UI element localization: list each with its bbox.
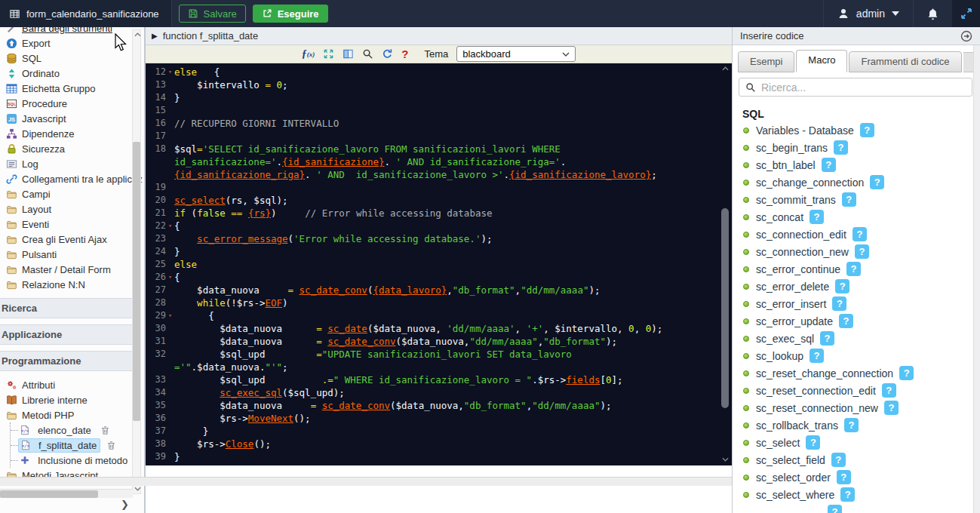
notifications-button[interactable]	[914, 0, 952, 27]
macro-item-sc-reset-change-connection[interactable]: sc_reset_change_connection?	[733, 364, 980, 382]
code-line[interactable]: 13 $intervallo = 0;	[146, 78, 732, 91]
macro-item-label[interactable]: sc_reset_change_connection	[756, 367, 893, 379]
run-button[interactable]: Eseguire	[253, 5, 328, 23]
fold-arrow-icon[interactable]: ▾	[166, 309, 174, 322]
macro-item-label[interactable]: sc_error_update	[756, 315, 833, 327]
code-line[interactable]: 29▾ {	[146, 309, 732, 322]
macro-item-label[interactable]: sc_commit_trans	[756, 194, 836, 206]
macro-item-sc-begin-trans[interactable]: sc_begin_trans?	[733, 139, 980, 156]
sidebar-horizontal-scrollbar[interactable]	[0, 489, 133, 498]
sidebar-hscrollbar-thumb[interactable]	[0, 490, 98, 498]
tab-frammenti-di-codice[interactable]: Frammenti di codice	[849, 51, 961, 72]
macro-item-sc-reset-connection-new[interactable]: sc_reset_connection_new?	[733, 399, 980, 416]
macro-item-label[interactable]: sc_exec_sql	[756, 333, 814, 345]
scroll-up-icon[interactable]	[133, 30, 142, 39]
macro-item-label[interactable]: sc_begin_trans	[756, 142, 828, 154]
fold-arrow-icon[interactable]: ▾	[166, 271, 174, 284]
code-line[interactable]: 24}	[146, 245, 732, 258]
macro-item-sc-error-continue[interactable]: sc_error_continue?	[733, 260, 980, 278]
editor-scrollbar-thumb[interactable]	[721, 208, 729, 408]
collapse-panel-icon[interactable]	[960, 30, 972, 42]
sidebar-item-master-detail-form[interactable]: Master / Detail Form	[0, 262, 133, 277]
sidebar-item-log[interactable]: Log	[0, 156, 133, 171]
macro-item-sc-select-field[interactable]: sc_select_field?	[733, 451, 980, 468]
sidebar-item-crea-gli-eventi-ajax[interactable]: Crea gli Eventi Ajax	[0, 232, 133, 247]
code-line[interactable]: 26▾{	[146, 271, 732, 284]
macro-item-sc-error-insert[interactable]: sc_error_insert?	[733, 295, 980, 312]
macro-search-input[interactable]	[761, 81, 966, 94]
sidebar-item-barra-degli-strumenti[interactable]: Barra degli strumenti	[0, 27, 133, 35]
sidebar-item-attributi[interactable]: Attributi	[0, 377, 133, 392]
sidebar-item-metodi-php[interactable]: Metodi PHP	[0, 407, 133, 422]
code-line[interactable]: {id_sanificazione_riga}. ' AND id_sanifi…	[146, 168, 732, 181]
macro-item-sc-lookup[interactable]: sc_lookup?	[733, 347, 980, 364]
code-line[interactable]: 12▾else {	[146, 66, 732, 78]
sidebar-section-programmazione[interactable]: Programmazione	[0, 351, 133, 371]
help-badge[interactable]: ?	[828, 505, 842, 513]
macro-item-label[interactable]: sc_reset_connection_new	[756, 402, 878, 414]
bottom-scrollbar-strip[interactable]	[0, 477, 732, 486]
help-badge[interactable]: ?	[832, 296, 846, 311]
search-code-icon[interactable]	[362, 48, 373, 60]
theme-select[interactable]: blackboard	[456, 46, 576, 62]
code-line[interactable]: 37 }	[146, 425, 732, 438]
macro-item-sc-rollback-trans[interactable]: sc_rollback_trans?	[733, 416, 980, 434]
code-line[interactable]: 15	[146, 104, 732, 117]
user-menu[interactable]: admin	[823, 0, 914, 27]
macro-item-sc-exec-sql[interactable]: sc_exec_sql?	[733, 330, 980, 347]
function-header[interactable]: ▶ function f_splitta_date	[146, 27, 732, 45]
function-list-icon[interactable]: ƒ(x)	[302, 48, 315, 60]
help-badge[interactable]: ?	[855, 244, 869, 259]
macro-item-sc-reset-connection-edit[interactable]: sc_reset_connection_edit?	[733, 382, 980, 399]
method-pill[interactable]: </>elenco_date	[18, 424, 94, 437]
macro-item-label[interactable]: sc_select_where	[756, 489, 834, 501]
help-badge[interactable]: ?	[809, 210, 824, 224]
macro-item-label[interactable]: sc_connection_edit	[756, 229, 846, 241]
macro-item-label[interactable]: sc_error_delete	[756, 281, 829, 293]
sidebar-item-sql[interactable]: SQL	[0, 51, 133, 66]
help-badge[interactable]: ?	[809, 349, 824, 363]
code-line[interactable]: 28 while(!$rs->EOF)	[146, 296, 732, 309]
sidebar-item-procedure[interactable]: SQLProcedure	[0, 96, 133, 111]
code-line[interactable]: 18$sql='SELECT id_sanificazione_lavoro F…	[146, 143, 732, 155]
help-badge[interactable]: ?	[853, 227, 867, 241]
fullscreen-button[interactable]	[952, 0, 980, 27]
code-line[interactable]: 27 $data_nuova = sc_date_conv({data_lavo…	[146, 284, 732, 296]
help-badge[interactable]: ?	[831, 453, 846, 467]
macro-item-label[interactable]: sc_connection_new	[756, 246, 849, 258]
sidebar-item-export[interactable]: Export	[0, 35, 133, 51]
sidebar-item-collegamenti-tra-le-applicaz[interactable]: Collegamenti tra le applicaz	[0, 171, 133, 186]
macro-item-label[interactable]: sc_select_field	[756, 454, 825, 466]
code-line[interactable]: 17	[146, 130, 732, 143]
macro-item-sc-connection-new[interactable]: sc_connection_new?	[733, 243, 980, 260]
sidebar-item-librerie-interne[interactable]: Librerie interne	[0, 392, 133, 407]
macro-item-label[interactable]: sc_concat	[756, 211, 803, 223]
macro-item-sc-concat[interactable]: sc_concat?	[733, 208, 980, 226]
tab-macro[interactable]: Macro	[796, 50, 847, 72]
tree-item-elenco-date[interactable]: </>elenco_date	[11, 422, 133, 438]
code-line[interactable]: 22▾{	[146, 220, 732, 232]
scroll-right-icon[interactable]: ❯	[121, 499, 129, 510]
help-badge[interactable]: ?	[860, 123, 874, 137]
macro-item-label[interactable]: sc_select	[756, 437, 800, 449]
fullscreen-editor-icon[interactable]	[323, 48, 334, 60]
macro-list-item-clipped[interactable]: ?	[811, 503, 980, 513]
macro-item-label[interactable]: sc_rollback_trans	[756, 419, 838, 432]
help-badge[interactable]: ?	[840, 487, 855, 502]
code-line[interactable]: 33 $sql_upd .=" WHERE id_sanificazione_l…	[146, 373, 732, 386]
sidebar-section-applicazione[interactable]: Applicazione	[0, 324, 133, 345]
code-line[interactable]: 30 $data_nuova = sc_date($data_nuova, 'd…	[146, 322, 732, 335]
help-badge[interactable]: ?	[837, 470, 851, 484]
split-columns-icon[interactable]	[343, 48, 354, 60]
code-line[interactable]: 36 $rs->MoveNext();	[146, 412, 732, 425]
help-badge[interactable]: ?	[899, 366, 914, 380]
macro-item-label[interactable]: Variables - Database	[756, 124, 854, 137]
macro-search-box[interactable]	[739, 78, 972, 97]
macro-item-sc-connection-edit[interactable]: sc_connection_edit?	[733, 226, 980, 243]
macro-item-sc-select-where[interactable]: sc_select_where?	[733, 486, 980, 503]
code-line[interactable]: 20sc_select(rs, $sql);	[146, 194, 732, 207]
macro-item-label[interactable]: sc_btn_label	[756, 159, 816, 171]
macro-item-label[interactable]: sc_change_connection	[756, 177, 864, 189]
code-line[interactable]: 35 $data_nuova = sc_date_conv($data_nuov…	[146, 399, 732, 412]
editor-scroll-up-icon[interactable]	[720, 65, 730, 72]
